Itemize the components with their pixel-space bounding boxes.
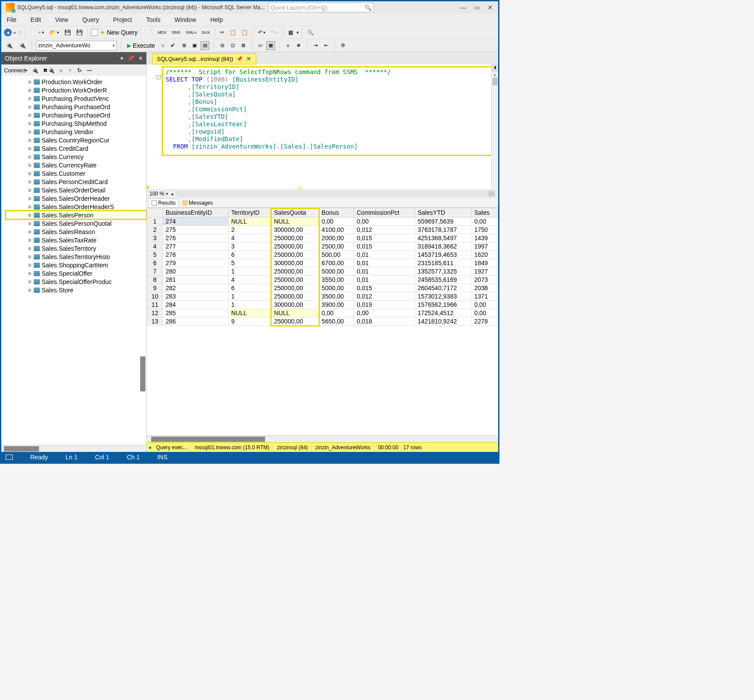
cell[interactable]: 13 <box>147 317 163 326</box>
cell[interactable]: 0,00 <box>471 301 498 309</box>
menu-help[interactable]: Help <box>209 15 225 24</box>
cell[interactable]: 0,018 <box>354 317 415 326</box>
cell[interactable]: 1453719,4653 <box>415 251 471 259</box>
cell[interactable]: NULL <box>271 217 319 226</box>
tree-item[interactable]: ⊞Purchasing.ShipMethod <box>6 119 146 128</box>
tree-item[interactable]: ⊞Sales.CountryRegionCur <box>6 136 146 144</box>
cell[interactable]: 286 <box>163 317 229 326</box>
column-header[interactable]: BusinessEntityID <box>163 208 229 217</box>
cell[interactable]: 0,012 <box>354 226 415 234</box>
cell[interactable]: NULL <box>228 217 271 226</box>
cell[interactable]: 284 <box>163 301 229 309</box>
results-grid[interactable]: BusinessEntityIDTerritoryIDSalesQuotaBon… <box>147 208 498 326</box>
cell[interactable]: 250000,00 <box>271 234 319 242</box>
cell[interactable]: 5 <box>228 259 271 267</box>
cell[interactable]: 0,015 <box>354 242 415 251</box>
cell[interactable]: 10 <box>147 292 163 301</box>
messages-tab[interactable]: Messages <box>180 199 216 207</box>
close-button[interactable]: ✕ <box>488 4 493 11</box>
results-text-icon[interactable]: ▭ <box>256 41 265 50</box>
cell[interactable]: 2038 <box>471 284 498 292</box>
cell[interactable]: 1620 <box>471 251 498 259</box>
undo-button[interactable]: ↶▾ <box>256 28 267 36</box>
tree-item[interactable]: ⊞Purchasing.Vendor <box>6 128 146 136</box>
table-row[interactable]: 92826250000,005000,000,0152604540,717220… <box>147 284 498 292</box>
column-header[interactable]: TerritoryID <box>228 208 271 217</box>
copy-button[interactable]: 📋 <box>228 28 238 36</box>
tree-item[interactable]: ⊞Purchasing.PurchaseOrd <box>6 111 146 119</box>
cell[interactable]: 300000,00 <box>271 226 319 234</box>
cell[interactable]: 2 <box>147 226 163 234</box>
close-tab-icon[interactable]: ✕ <box>246 55 251 62</box>
cell[interactable]: 0,01 <box>354 267 415 276</box>
cell[interactable]: 250000,00 <box>271 276 319 284</box>
cell[interactable]: 285 <box>163 309 229 317</box>
cell[interactable]: 283 <box>163 292 229 301</box>
table-row[interactable]: 1274NULLNULL0,000,00559697,56390,00 <box>147 217 498 226</box>
table-row[interactable]: 62795300000,006700,000,012315185,6111849 <box>147 259 498 267</box>
cell[interactable]: 276 <box>163 234 229 242</box>
column-header[interactable]: CommissionPct <box>354 208 415 217</box>
cell[interactable]: 280 <box>163 267 229 276</box>
cell[interactable]: 6 <box>228 284 271 292</box>
cell[interactable]: 0,00 <box>319 309 354 317</box>
pin-icon[interactable]: 📌 <box>127 55 134 61</box>
execute-button[interactable]: ▶Execute <box>125 42 157 49</box>
close-panel-icon[interactable]: ✕ <box>138 55 143 61</box>
cell[interactable]: 0,01 <box>354 251 415 259</box>
disconnect-icon[interactable]: ✖🔌 <box>43 67 55 74</box>
cell[interactable]: 3763178,1787 <box>415 226 471 234</box>
cell[interactable]: 2604540,7172 <box>415 284 471 292</box>
cell[interactable]: 279 <box>163 259 229 267</box>
tree-item[interactable]: ⊞Sales.SalesPerson <box>6 211 146 219</box>
cell[interactable]: 3900,00 <box>319 301 354 309</box>
cell[interactable]: 0,012 <box>354 292 415 301</box>
cell[interactable]: 3550,00 <box>319 276 354 284</box>
tree-item[interactable]: ⊞Sales.SpecialOffer <box>6 269 146 277</box>
cell[interactable]: 250000,00 <box>271 317 319 326</box>
cell[interactable]: NULL <box>228 309 271 317</box>
tree-item[interactable]: ⊞Sales.PersonCreditCard <box>6 178 146 186</box>
connect-icon[interactable]: 🔌 <box>4 41 14 50</box>
indent-icon[interactable]: ⇥ <box>311 41 320 50</box>
cell[interactable]: 0,01 <box>354 259 415 267</box>
tree-item[interactable]: ⊞Production.WorkOrderR <box>6 86 146 94</box>
stop-button[interactable]: ■ <box>159 41 166 50</box>
menu-query[interactable]: Query <box>81 15 101 24</box>
table-row[interactable]: 22752300000,004100,000,0123763178,178717… <box>147 226 498 234</box>
comment-icon[interactable]: ≡ <box>283 41 292 50</box>
cell[interactable]: 3500,00 <box>319 292 354 301</box>
menu-window[interactable]: Window <box>173 15 198 24</box>
column-header[interactable]: Sales <box>471 208 498 217</box>
cell[interactable]: 3 <box>147 234 163 242</box>
nav-back-button[interactable]: ◄ <box>4 28 12 36</box>
cell[interactable]: 0,00 <box>354 309 415 317</box>
cell[interactable]: 1997 <box>471 242 498 251</box>
tree-item[interactable]: ⊞Sales.SalesTaxRate <box>6 236 146 244</box>
code-fold-icon[interactable]: − <box>156 75 161 79</box>
menu-edit[interactable]: Edit <box>29 15 43 24</box>
cell[interactable]: 274 <box>163 217 229 226</box>
split-icon[interactable]: ⬍ <box>492 64 498 71</box>
cell[interactable]: 4251368,5497 <box>415 234 471 242</box>
activity-icon[interactable]: ⁓ <box>86 67 92 74</box>
column-header[interactable] <box>147 208 163 217</box>
tree-item[interactable]: ⊞Sales.ShoppingCartItem <box>6 261 146 269</box>
results-grid-icon[interactable]: ▤ <box>201 41 209 50</box>
tree-item[interactable]: ⊞Sales.SalesOrderDetail <box>6 186 146 194</box>
cell[interactable]: 172524,4512 <box>415 309 471 317</box>
sql-editor-pane[interactable]: − /****** Script for SelectTopNRows comm… <box>147 64 498 189</box>
tree-item[interactable]: ⊞Sales.Store <box>6 286 146 294</box>
zoom-level[interactable]: 100 % <box>149 191 164 197</box>
cell[interactable]: 250000,00 <box>271 242 319 251</box>
tree-item[interactable]: ⊞Sales.SalesTerritory <box>6 244 146 252</box>
cell[interactable]: 5000,00 <box>319 284 354 292</box>
dax-icon[interactable]: DAX <box>200 29 212 36</box>
cell[interactable]: 4 <box>228 234 271 242</box>
cell[interactable]: 4100,00 <box>319 226 354 234</box>
maximize-button[interactable]: ▭ <box>474 4 480 11</box>
dmx-icon[interactable]: DMX <box>170 29 182 36</box>
cell[interactable]: 559697,5639 <box>415 217 471 226</box>
cell[interactable]: 7 <box>147 267 163 276</box>
xmla-icon[interactable]: XMLA <box>184 29 198 36</box>
